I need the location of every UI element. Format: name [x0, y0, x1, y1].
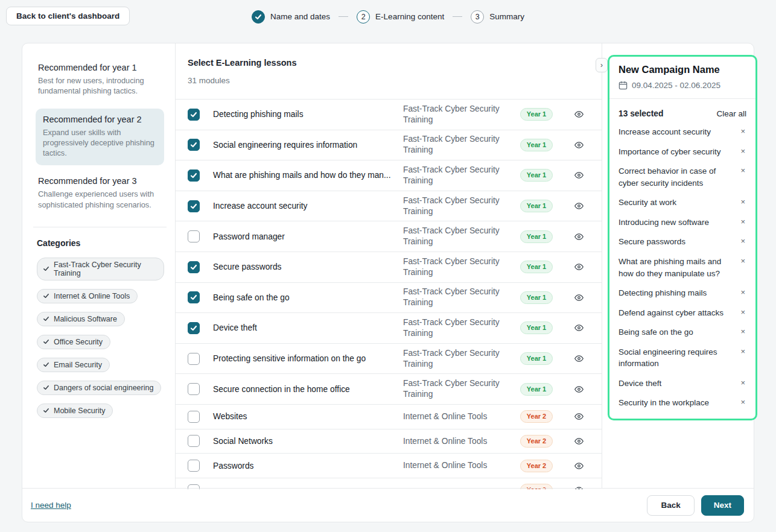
recommendation-year-2[interactable]: Recommended for year 2Expand user skills… — [36, 109, 164, 166]
check-icon — [43, 265, 49, 272]
lesson-checkbox[interactable] — [188, 322, 200, 334]
year-badge: Year 2 — [520, 460, 553, 472]
remove-item-icon[interactable]: × — [739, 146, 746, 157]
preview-lesson-button[interactable] — [564, 436, 593, 446]
category-chip[interactable]: Internet & Online Tools — [37, 289, 138, 303]
step-2[interactable]: 2E-Learning content — [357, 10, 444, 24]
help-link[interactable]: I need help — [31, 501, 71, 510]
remove-item-icon[interactable]: × — [739, 256, 746, 267]
category-chip[interactable]: Email Security — [37, 358, 110, 372]
remove-item-icon[interactable]: × — [739, 236, 746, 247]
recommendation-title: Recommended for year 3 — [38, 176, 157, 186]
remove-item-icon[interactable]: × — [739, 287, 746, 298]
year-badge: Year 1 — [520, 321, 553, 334]
check-icon — [43, 407, 49, 414]
category-chip[interactable]: Office Security — [37, 335, 110, 349]
preview-lesson-button[interactable] — [564, 411, 593, 422]
back-button[interactable]: Back — [647, 495, 694, 516]
selected-item-label: Correct behavior in case of cyber securi… — [619, 165, 731, 189]
selected-item-label: Device theft — [619, 378, 731, 390]
preview-lesson-button[interactable] — [564, 232, 593, 242]
remove-item-icon[interactable]: × — [739, 346, 746, 357]
remove-item-icon[interactable]: × — [739, 165, 746, 176]
remove-item-icon[interactable]: × — [739, 326, 746, 337]
category-chip[interactable]: Fast-Track Cyber Security Training — [37, 258, 164, 280]
lesson-checkbox[interactable] — [188, 411, 200, 423]
lesson-checkbox[interactable] — [188, 261, 200, 273]
remove-item-icon[interactable]: × — [739, 307, 746, 318]
year-badge-cell: Year 1 — [509, 230, 564, 243]
card-body: Recommended for year 1Best for new users… — [22, 43, 754, 488]
year-badge: Year 1 — [520, 261, 553, 273]
preview-lesson-button[interactable] — [564, 384, 593, 394]
year-badge-cell: Year 2 — [509, 460, 564, 472]
eye-icon — [574, 262, 584, 272]
wizard-stepper: Name and dates2E-Learning content3Summar… — [0, 0, 776, 33]
preview-lesson-button[interactable] — [564, 140, 593, 150]
lesson-row: WebsitesInternet & Online ToolsYear 2 — [176, 404, 602, 429]
clear-all-button[interactable]: Clear all — [716, 109, 746, 118]
category-chip[interactable]: Dangers of social engineering — [37, 381, 161, 395]
collapse-summary-button[interactable]: › — [596, 58, 608, 72]
selected-items-list: Increase account security×Importance of … — [619, 126, 746, 409]
preview-lesson-button[interactable] — [564, 293, 593, 303]
category-chip-label: Email Security — [54, 361, 102, 369]
remove-item-icon[interactable]: × — [739, 197, 746, 207]
lesson-category: Fast-Track Cyber Security Training — [403, 134, 509, 156]
footer-bar: I need help Back Next — [22, 488, 754, 522]
lesson-category: Fast-Track Cyber Security Training — [403, 317, 509, 339]
category-chip-label: Office Security — [54, 338, 103, 346]
lesson-checkbox[interactable] — [188, 200, 200, 212]
lesson-checkbox[interactable] — [188, 109, 200, 121]
recommendation-title: Recommended for year 1 — [38, 63, 157, 72]
campaign-name: New Campaign Name — [619, 64, 746, 75]
remove-item-icon[interactable]: × — [739, 378, 746, 388]
lesson-checkbox[interactable] — [188, 460, 200, 472]
lesson-checkbox[interactable] — [188, 353, 200, 365]
eye-icon — [574, 461, 584, 471]
selected-item-label: What are phishing mails and how do they … — [619, 256, 731, 279]
preview-lesson-button[interactable] — [564, 109, 593, 119]
step-label: Name and dates — [270, 12, 330, 21]
category-chip-label: Internet & Online Tools — [54, 292, 130, 300]
step-3[interactable]: 3Summary — [471, 10, 524, 24]
preview-lesson-button[interactable] — [564, 323, 593, 333]
lesson-row: Being safe on the goFast-Track Cyber Sec… — [176, 282, 602, 313]
preview-lesson-button[interactable] — [564, 461, 593, 471]
lesson-checkbox[interactable] — [188, 435, 200, 447]
lesson-row: Detecting phishing mailsFast-Track Cyber… — [176, 99, 602, 130]
lesson-row: What are phishing mails and how do they … — [176, 160, 602, 191]
recommendation-year-1[interactable]: Recommended for year 1Best for new users… — [36, 57, 164, 104]
preview-lesson-button[interactable] — [564, 201, 593, 211]
lessons-title: Select E-Learning lessons — [188, 58, 602, 68]
remove-item-icon[interactable]: × — [739, 217, 746, 227]
next-button[interactable]: Next — [701, 495, 744, 516]
lesson-category: Fast-Track Cyber Security Training — [403, 226, 509, 247]
lesson-checkbox[interactable] — [188, 383, 200, 395]
selected-item-label: Security at work — [619, 197, 731, 209]
year-badge-cell: Year 1 — [509, 261, 564, 273]
top-bar: Back to client's dashboard Name and date… — [0, 0, 776, 42]
lesson-checkbox[interactable] — [188, 230, 200, 242]
category-chip[interactable]: Mobile Security — [37, 404, 113, 418]
lesson-checkbox[interactable] — [188, 139, 200, 151]
recommendation-description: Challenge experienced users with sophist… — [38, 189, 157, 210]
lesson-checkbox[interactable] — [188, 169, 200, 182]
category-chip[interactable]: Malicious Software — [37, 312, 125, 326]
remove-item-icon[interactable]: × — [739, 126, 746, 137]
lesson-checkbox[interactable] — [188, 291, 200, 303]
sidebar-divider — [33, 227, 167, 227]
lesson-name: Secure connection in the home office — [200, 385, 403, 394]
eye-icon — [574, 323, 584, 333]
lesson-category: Fast-Track Cyber Security Training — [403, 195, 509, 217]
lesson-name: Detecting phishing mails — [200, 110, 403, 119]
preview-lesson-button[interactable] — [564, 353, 593, 364]
preview-lesson-button[interactable] — [564, 170, 593, 180]
recommendation-year-3[interactable]: Recommended for year 3Challenge experien… — [36, 170, 164, 217]
step-1[interactable]: Name and dates — [252, 10, 330, 24]
preview-lesson-button[interactable] — [564, 262, 593, 272]
lesson-category: Fast-Track Cyber Security Training — [403, 378, 509, 400]
main-card: Recommended for year 1Best for new users… — [22, 43, 754, 522]
selected-item: Correct behavior in case of cyber securi… — [619, 165, 746, 189]
remove-item-icon[interactable]: × — [739, 397, 746, 408]
